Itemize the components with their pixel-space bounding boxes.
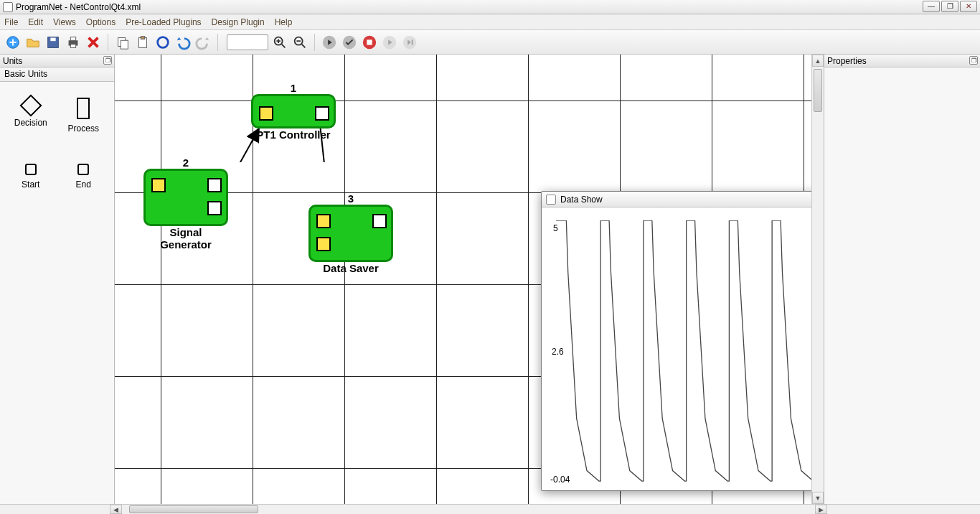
properties-panel-label: Properties <box>827 56 867 66</box>
canvas-horizontal-scrollbar[interactable]: ◀ ▶ <box>122 505 815 514</box>
menu-preloaded-plugins[interactable]: Pre-Loaded Plugins <box>126 17 201 27</box>
open-icon[interactable] <box>24 34 42 51</box>
diamond-icon <box>19 94 42 116</box>
svg-rect-9 <box>141 36 145 39</box>
node-number: 2 <box>143 156 228 169</box>
node-port-out[interactable] <box>315 106 329 121</box>
node-caption: Signal Generator <box>143 226 228 251</box>
menu-help[interactable]: Help <box>275 17 293 27</box>
unit-decision-label: Decision <box>14 118 47 128</box>
svg-rect-2 <box>50 37 55 41</box>
main-area: Units ❐ Basic Units Decision Process Sta… <box>0 55 980 504</box>
unit-decision[interactable]: Decision <box>4 86 57 152</box>
data-show-plot: 5 2.6 -0.04 10 <box>556 220 824 483</box>
node-pt1-controller[interactable]: 1 PT1 Controller <box>251 82 336 141</box>
node-number: 1 <box>251 82 336 94</box>
data-show-title: Data Show <box>560 195 603 205</box>
node-port-in[interactable] <box>316 214 331 228</box>
square-icon <box>25 164 37 175</box>
diagram-canvas[interactable]: 1 PT1 Controller 2 Signal Generator 3 <box>115 55 824 504</box>
scroll-thumb[interactable] <box>129 505 258 513</box>
plot-y-top-label: 5 <box>553 223 558 233</box>
node-port-in[interactable] <box>316 237 331 251</box>
stop-icon[interactable] <box>361 34 378 51</box>
unit-end-label: End <box>76 179 91 190</box>
canvas-vertical-scrollbar[interactable]: ▲ ▼ <box>811 55 824 504</box>
toolbar-separator <box>108 34 108 51</box>
menu-design-plugin[interactable]: Design Plugin <box>212 17 265 27</box>
node-port-in[interactable] <box>259 106 273 121</box>
undock-icon[interactable]: ❐ <box>969 56 978 65</box>
data-show-icon <box>546 195 556 205</box>
scroll-up-icon[interactable]: ▲ <box>812 55 824 67</box>
unit-end[interactable]: End <box>57 152 110 218</box>
node-port-out[interactable] <box>372 214 387 228</box>
menu-options[interactable]: Options <box>86 17 116 27</box>
rect-icon <box>77 98 90 119</box>
save-icon[interactable] <box>44 34 62 51</box>
copy-icon[interactable] <box>114 34 131 51</box>
node-port-out[interactable] <box>207 178 222 192</box>
data-show-body: 5 2.6 -0.04 10 <box>542 207 824 490</box>
properties-panel-title: Properties ❐ <box>824 55 980 67</box>
toolbar <box>0 30 980 55</box>
node-port-in[interactable] <box>151 178 166 192</box>
redo-icon[interactable] <box>194 34 212 51</box>
play-icon[interactable] <box>381 34 398 51</box>
data-show-window[interactable]: Data Show ? ✕ 5 2.6 -0.04 10 <box>541 191 824 491</box>
square-icon <box>77 164 89 175</box>
undo-icon[interactable] <box>174 34 192 51</box>
close-window-button[interactable]: ✕ <box>960 1 977 12</box>
units-panel: Units ❐ Basic Units Decision Process Sta… <box>0 55 115 504</box>
units-grid: Decision Process Start End <box>0 82 114 504</box>
toolbar-separator <box>314 34 315 51</box>
delete-icon[interactable] <box>85 34 102 51</box>
unit-process[interactable]: Process <box>57 86 110 152</box>
menu-edit[interactable]: Edit <box>28 17 43 27</box>
svg-rect-16 <box>367 39 372 45</box>
units-panel-label: Units <box>3 56 22 66</box>
node-port-out[interactable] <box>207 201 222 215</box>
svg-rect-4 <box>70 37 75 40</box>
plot-y-mid-label: 2.6 <box>552 347 564 357</box>
scroll-right-icon[interactable]: ▶ <box>815 505 827 514</box>
maximize-button[interactable]: ❐ <box>941 1 958 12</box>
menu-views[interactable]: Views <box>53 17 76 27</box>
run-icon[interactable] <box>321 34 338 51</box>
minimize-button[interactable]: — <box>923 1 940 12</box>
menu-bar: File Edit Views Options Pre-Loaded Plugi… <box>0 14 980 30</box>
scroll-thumb[interactable] <box>814 69 822 112</box>
scroll-left-icon[interactable]: ◀ <box>110 505 122 514</box>
refresh-icon[interactable] <box>154 34 171 51</box>
svg-rect-5 <box>70 44 75 47</box>
plot-svg <box>556 220 824 483</box>
zoom-in-icon[interactable] <box>271 34 288 51</box>
units-panel-title: Units ❐ <box>0 55 114 67</box>
search-input[interactable] <box>227 34 268 50</box>
plot-y-bottom-label: -0.04 <box>550 475 570 485</box>
print-icon[interactable] <box>65 34 82 51</box>
unit-start[interactable]: Start <box>4 152 57 218</box>
node-signal-generator[interactable]: 2 Signal Generator <box>143 156 228 251</box>
svg-rect-19 <box>412 39 413 45</box>
step-icon[interactable] <box>401 34 418 51</box>
data-show-title-bar[interactable]: Data Show ? ✕ <box>542 192 824 207</box>
properties-panel: Properties ❐ <box>824 55 980 504</box>
node-data-saver[interactable]: 3 Data Saver <box>308 192 393 274</box>
scroll-down-icon[interactable]: ▼ <box>812 492 824 504</box>
node-caption: Data Saver <box>308 262 393 274</box>
node-caption: PT1 Controller <box>251 128 336 141</box>
zoom-out-icon[interactable] <box>291 34 308 51</box>
paste-icon[interactable] <box>134 34 151 51</box>
basic-units-header[interactable]: Basic Units <box>0 67 114 82</box>
window-title: ProgramNet - NetControlQt4.xml <box>16 2 141 12</box>
new-icon[interactable] <box>4 34 22 51</box>
app-icon <box>3 2 13 12</box>
menu-file[interactable]: File <box>4 17 18 27</box>
window-controls: — ❐ ✕ <box>923 1 977 12</box>
toolbar-separator <box>217 34 218 51</box>
node-number: 3 <box>308 192 393 205</box>
unit-process-label: Process <box>68 123 99 134</box>
undock-icon[interactable]: ❐ <box>103 56 112 65</box>
check-icon[interactable] <box>341 34 358 51</box>
